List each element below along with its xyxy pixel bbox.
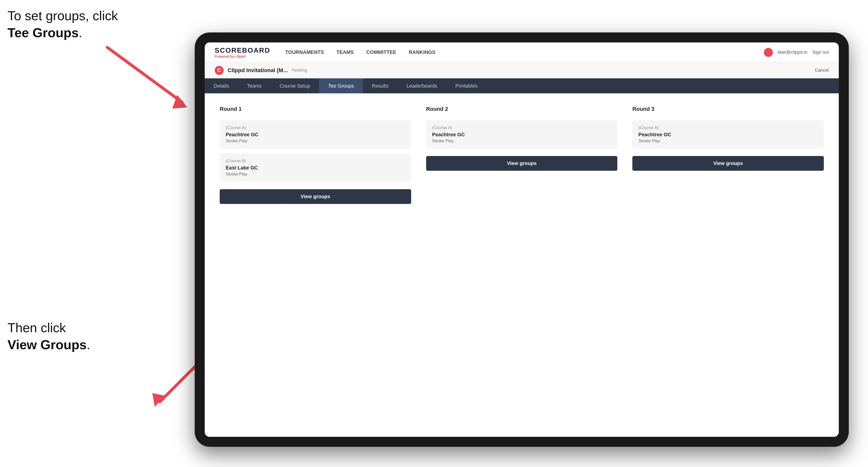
round-3-title: Round 3	[632, 106, 824, 112]
round-2-course-a: (Course A) Peachtree GC Stroke Play	[426, 120, 618, 149]
instruction-bottom: Then click View Groups.	[7, 319, 90, 353]
arrow-tee-groups	[95, 42, 195, 112]
user-email: blair@clippd.io	[778, 50, 807, 55]
tablet-device: SCOREBOARD Powered by clippit TOURNAMENT…	[195, 32, 849, 447]
nav-links: TOURNAMENTS TEAMS COMMITTEE RANKINGS	[285, 48, 764, 57]
instruction-bottom-line1: Then click	[7, 320, 66, 335]
round-3-column: Round 3 (Course A) Peachtree GC Stroke P…	[632, 106, 824, 204]
round-1-course-a-format: Stroke Play	[226, 138, 405, 144]
sign-out-link[interactable]: Sign out	[812, 50, 829, 55]
round-1-column: Round 1 (Course A) Peachtree GC Stroke P…	[220, 106, 411, 204]
tournament-name: Clippd Invitational (M...	[228, 67, 288, 74]
round-1-course-b: (Course B) East Lake GC Stroke Play	[220, 154, 411, 182]
instruction-tee-groups: Tee Groups	[7, 26, 79, 40]
logo-sub: Powered by clippit	[215, 54, 270, 58]
nav-committee[interactable]: COMMITTEE	[366, 48, 396, 57]
round-1-course-b-name: East Lake GC	[226, 165, 405, 171]
round-1-course-a: (Course A) Peachtree GC Stroke Play	[220, 120, 411, 149]
tab-printables[interactable]: Printables	[446, 79, 487, 93]
user-avatar	[764, 48, 773, 57]
tablet-screen: SCOREBOARD Powered by clippit TOURNAMENT…	[205, 42, 839, 437]
round-1-course-a-name: Peachtree GC	[226, 132, 405, 137]
rounds-grid: Round 1 (Course A) Peachtree GC Stroke P…	[220, 106, 824, 204]
round-3-course-a-label: (Course A)	[638, 125, 818, 130]
round-3-view-groups-button[interactable]: View groups	[632, 156, 824, 171]
round-2-course-a-name: Peachtree GC	[432, 132, 612, 137]
nav-rankings[interactable]: RANKINGS	[409, 48, 435, 57]
cancel-button[interactable]: Cancel	[815, 68, 829, 73]
nav-teams[interactable]: TEAMS	[336, 48, 354, 57]
nav-tournaments[interactable]: TOURNAMENTS	[285, 48, 324, 57]
tab-leaderboards[interactable]: Leaderboards	[397, 79, 446, 93]
top-nav: SCOREBOARD Powered by clippit TOURNAMENT…	[205, 42, 839, 62]
main-content: Round 1 (Course A) Peachtree GC Stroke P…	[205, 93, 839, 437]
instruction-top: To set groups, click Tee Groups.	[7, 7, 118, 41]
round-1-title: Round 1	[220, 106, 411, 112]
logo-text: SCOREBOARD	[215, 46, 270, 54]
round-2-column: Round 2 (Course A) Peachtree GC Stroke P…	[426, 106, 618, 204]
tab-course-setup[interactable]: Course Setup	[271, 79, 319, 93]
tab-teams[interactable]: Teams	[238, 79, 271, 93]
tournament-header: C Clippd Invitational (M... Hosting Canc…	[205, 62, 839, 79]
round-3-course-a-name: Peachtree GC	[638, 132, 818, 137]
round-2-view-groups-button[interactable]: View groups	[426, 156, 618, 171]
round-2-title: Round 2	[426, 106, 618, 112]
tournament-title-area: C Clippd Invitational (M... Hosting	[215, 66, 307, 75]
round-2-course-a-format: Stroke Play	[432, 138, 612, 144]
tab-bar: Details Teams Course Setup Tee Groups Re…	[205, 79, 839, 93]
round-1-view-groups-button[interactable]: View groups	[220, 189, 411, 204]
round-3-course-a: (Course A) Peachtree GC Stroke Play	[632, 120, 824, 149]
tournament-status: Hosting	[292, 68, 307, 73]
logo-area: SCOREBOARD Powered by clippit	[215, 46, 270, 58]
nav-right: blair@clippd.io Sign out	[764, 48, 829, 57]
svg-line-0	[107, 48, 182, 102]
instruction-top-line1: To set groups, click	[7, 8, 118, 23]
tab-results[interactable]: Results	[363, 79, 398, 93]
tournament-logo: C	[215, 66, 224, 75]
tab-tee-groups[interactable]: Tee Groups	[319, 79, 363, 93]
round-1-course-a-label: (Course A)	[226, 125, 405, 130]
round-1-course-b-format: Stroke Play	[226, 172, 405, 177]
round-2-course-a-label: (Course A)	[432, 125, 612, 130]
instruction-view-groups: View Groups	[7, 338, 87, 352]
tab-details[interactable]: Details	[205, 79, 238, 93]
round-1-course-b-label: (Course B)	[226, 158, 405, 163]
round-3-course-a-format: Stroke Play	[638, 138, 818, 144]
